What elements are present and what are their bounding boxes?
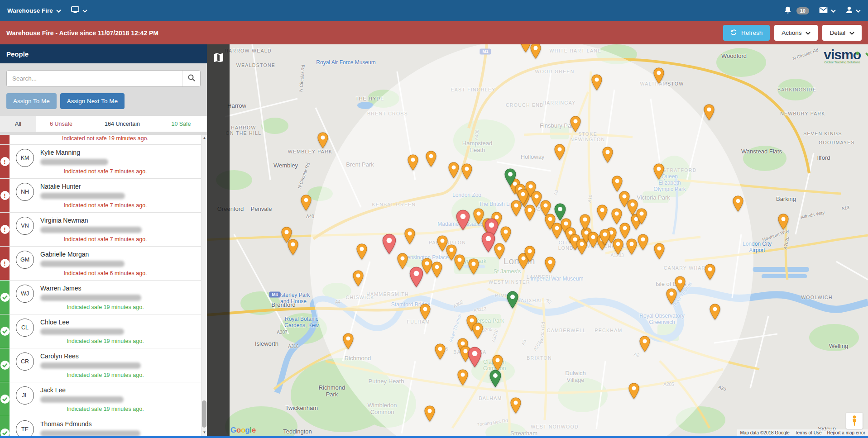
map-pin-uncertain[interactable] bbox=[653, 67, 665, 86]
map-pin-uncertain[interactable] bbox=[570, 116, 581, 134]
person-row[interactable]: ! GM Gabrielle Morgan Indicated not safe… bbox=[0, 247, 201, 281]
map-pin-uncertain[interactable] bbox=[544, 257, 556, 275]
person-row[interactable]: JL Jack Lee Indicated safe 19 minutes ag… bbox=[0, 382, 201, 416]
map-pin-uncertain[interactable] bbox=[674, 276, 686, 294]
scroll-down-arrow[interactable]: ▼ bbox=[201, 429, 207, 436]
map-pin-uncertain[interactable] bbox=[599, 229, 611, 247]
tab-164-uncertain[interactable]: 164 Uncertain bbox=[86, 116, 158, 132]
map-pin-uncertain[interactable] bbox=[524, 246, 536, 264]
status-stripe bbox=[0, 135, 10, 144]
map-pin-uncertain[interactable] bbox=[457, 369, 469, 387]
map-pin-uncertain[interactable] bbox=[317, 132, 329, 150]
map-pin-unsafe[interactable] bbox=[467, 347, 482, 369]
incident-selector[interactable]: Warehouse Fire bbox=[7, 7, 61, 14]
map-pin-uncertain[interactable] bbox=[510, 397, 522, 415]
map-pin-safe[interactable] bbox=[554, 203, 566, 223]
map-pin-uncertain[interactable] bbox=[431, 262, 443, 280]
tab-10-safe[interactable]: 10 Safe bbox=[158, 116, 204, 132]
person-row[interactable]: WJ Warren James Indicated safe 19 minute… bbox=[0, 281, 201, 314]
map-pin-uncertain[interactable] bbox=[287, 239, 299, 257]
detail-dropdown[interactable]: Detail bbox=[822, 25, 862, 41]
map-pin-uncertain[interactable] bbox=[407, 154, 419, 172]
actions-dropdown[interactable]: Actions bbox=[774, 25, 818, 41]
status-icon bbox=[0, 327, 10, 336]
map-pin-safe[interactable] bbox=[506, 291, 519, 310]
incident-banner: Warehouse Fire - Active since 11/07/2018… bbox=[0, 21, 868, 44]
map-pin-uncertain[interactable] bbox=[636, 208, 647, 226]
map-pin-uncertain[interactable] bbox=[653, 243, 665, 261]
map-pin-safe[interactable] bbox=[504, 168, 517, 188]
map-pin-uncertain[interactable] bbox=[342, 333, 354, 351]
map-pin-uncertain[interactable] bbox=[461, 163, 473, 181]
map-pin-uncertain[interactable] bbox=[424, 405, 436, 424]
map-pin-uncertain[interactable] bbox=[530, 44, 542, 61]
report-map-error-link[interactable]: Report a map error bbox=[825, 429, 868, 436]
status-icon: ! bbox=[0, 191, 10, 200]
map-pin-uncertain[interactable] bbox=[637, 234, 649, 252]
search-input[interactable] bbox=[7, 71, 182, 86]
map-pin-safe[interactable] bbox=[489, 370, 502, 389]
map-canvas[interactable]: HARROW WEALDWEALDSTONEHarrowHARROW ON TH… bbox=[207, 44, 868, 438]
map-pin-uncertain[interactable] bbox=[591, 74, 603, 92]
user-menu[interactable] bbox=[846, 6, 861, 15]
map-pin-uncertain[interactable] bbox=[419, 304, 431, 322]
map-pin-uncertain[interactable] bbox=[703, 104, 715, 122]
map-pin-uncertain[interactable] bbox=[356, 243, 368, 262]
messages-menu[interactable] bbox=[819, 7, 836, 14]
people-list-scrollbar[interactable]: ▲ ▼ bbox=[201, 135, 207, 436]
assign-next-to-me-button[interactable]: Assign Next To Me bbox=[60, 93, 125, 109]
map-pin-uncertain[interactable] bbox=[472, 323, 484, 341]
map-pin-uncertain[interactable] bbox=[554, 144, 566, 162]
map-pin-uncertain[interactable] bbox=[612, 238, 624, 257]
map-pin-unsafe[interactable] bbox=[481, 232, 496, 254]
map-pin-uncertain[interactable] bbox=[468, 258, 480, 276]
person-row-partial[interactable]: Indicated not safe 19 minutes ago. bbox=[0, 135, 201, 145]
chevron-down-icon bbox=[831, 7, 836, 14]
map-pin-uncertain[interactable] bbox=[300, 195, 312, 213]
tab-6-unsafe[interactable]: 6 Unsafe bbox=[36, 116, 86, 132]
person-row[interactable]: CL Chloe Lee Indicated safe 19 minutes a… bbox=[0, 314, 201, 348]
map-pin-uncertain[interactable] bbox=[611, 208, 623, 226]
map-pin-unsafe[interactable] bbox=[409, 267, 424, 289]
person-row[interactable]: ! KM Kylie Manning Indicated not safe 7 … bbox=[0, 145, 201, 179]
map-pin-uncertain[interactable] bbox=[517, 189, 529, 207]
scrollbar-thumb[interactable] bbox=[202, 400, 206, 428]
map-pin-uncertain[interactable] bbox=[436, 235, 448, 253]
assign-to-me-button[interactable]: Assign To Me bbox=[6, 93, 57, 109]
map-pin-uncertain[interactable] bbox=[596, 205, 608, 223]
search-button[interactable] bbox=[182, 71, 200, 86]
display-menu[interactable] bbox=[71, 6, 87, 15]
person-row[interactable]: ! VN Virginia Newman Indicated not safe … bbox=[0, 213, 201, 247]
map-pin-uncertain[interactable] bbox=[709, 304, 721, 322]
map-pin-uncertain[interactable] bbox=[425, 151, 437, 169]
person-row[interactable]: CR Carolyn Rees Indicated safe 19 minute… bbox=[0, 348, 201, 382]
map-pin-uncertain[interactable] bbox=[434, 343, 446, 362]
map-layers-icon[interactable] bbox=[212, 52, 225, 438]
map-pin-uncertain[interactable] bbox=[732, 195, 744, 214]
map-pin-uncertain[interactable] bbox=[653, 163, 665, 181]
map-pin-uncertain[interactable] bbox=[626, 238, 638, 257]
map-pin-uncertain[interactable] bbox=[579, 214, 591, 232]
tab-all[interactable]: All bbox=[0, 116, 36, 132]
map-pin-uncertain[interactable] bbox=[352, 270, 364, 288]
refresh-label: Refresh bbox=[741, 29, 762, 36]
street-view-pegman-button[interactable] bbox=[846, 413, 863, 429]
map-pin-uncertain[interactable] bbox=[628, 383, 640, 401]
person-row[interactable]: ! NH Natalie Hunter Indicated not safe 7… bbox=[0, 179, 201, 213]
map-pin-uncertain[interactable] bbox=[448, 162, 460, 180]
map-pin-unsafe[interactable] bbox=[382, 233, 397, 256]
scroll-up-arrow[interactable]: ▲ bbox=[201, 135, 207, 141]
notifications-button[interactable]: 10 bbox=[784, 6, 809, 15]
map-pin-unsafe[interactable] bbox=[456, 209, 470, 232]
map-pin-uncertain[interactable] bbox=[397, 253, 408, 271]
map-pin-uncertain[interactable] bbox=[777, 214, 789, 232]
person-row[interactable]: TE Thomas Edmunds bbox=[0, 416, 201, 436]
terms-of-use-link[interactable]: Terms of Use bbox=[792, 429, 825, 436]
person-email-redacted bbox=[40, 261, 125, 267]
map-pin-uncertain[interactable] bbox=[500, 226, 512, 244]
refresh-button[interactable]: Refresh bbox=[723, 25, 770, 41]
map-pin-uncertain[interactable] bbox=[704, 264, 716, 282]
map-pin-uncertain[interactable] bbox=[404, 228, 416, 246]
map-pin-uncertain[interactable] bbox=[639, 336, 651, 354]
map-pin-uncertain[interactable] bbox=[602, 147, 614, 165]
